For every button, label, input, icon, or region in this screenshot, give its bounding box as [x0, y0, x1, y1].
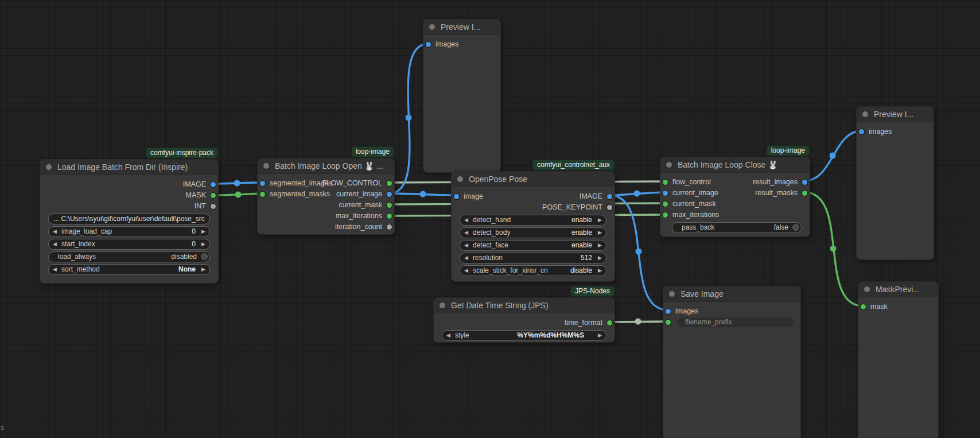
- detect-body-widget[interactable]: ◀ detect_body enable ▶: [460, 227, 606, 238]
- node-openpose-pose[interactable]: comfyui_controlnet_aux OpenPose Pose ima…: [451, 171, 615, 282]
- node-title-bar[interactable]: Save Image: [663, 286, 800, 302]
- directory-path-widget[interactable]: ... C:\Users\syui\git\comfyui\user\defau…: [48, 214, 210, 224]
- style-widget[interactable]: ◀ style %Y%m%d%H%M%S ▶: [442, 330, 606, 341]
- node-title-bar[interactable]: Preview I...: [423, 20, 500, 35]
- node-title-bar[interactable]: Load Image Batch From Dir (Inspire): [40, 160, 218, 175]
- widget-value: disable: [570, 266, 592, 276]
- link-midpoint-dot[interactable]: [406, 115, 412, 121]
- increment-arrow-icon[interactable]: ▶: [598, 266, 602, 276]
- increment-arrow-icon[interactable]: ▶: [201, 227, 205, 237]
- decrement-arrow-icon[interactable]: ◀: [464, 266, 468, 276]
- link-midpoint-dot[interactable]: [420, 191, 426, 197]
- node-batch-image-loop-close[interactable]: loop-image Batch Image Loop Close 🐰 flow…: [660, 157, 810, 237]
- output-port-pose-keypoint[interactable]: [607, 205, 612, 210]
- node-save-image[interactable]: Save Image images filename_prefix: [663, 286, 801, 438]
- output-port-iteration-count[interactable]: [387, 224, 392, 230]
- output-port-time-format[interactable]: [607, 320, 612, 325]
- node-title-bar[interactable]: Preview I...: [857, 107, 934, 122]
- node-graph-canvas[interactable]: comfyui-inspire-pack Load Image Batch Fr…: [0, 0, 980, 438]
- node-title-bar[interactable]: Batch Image Loop Close 🐰: [660, 157, 810, 173]
- input-port-segmented-masks[interactable]: [260, 192, 265, 197]
- link-midpoint-dot[interactable]: [234, 180, 240, 187]
- collapse-dot-icon[interactable]: [46, 164, 52, 170]
- increment-arrow-icon[interactable]: ▶: [598, 241, 602, 250]
- increment-arrow-icon[interactable]: ▶: [201, 265, 205, 274]
- collapse-dot-icon[interactable]: [669, 291, 675, 297]
- collapse-dot-icon[interactable]: [457, 176, 463, 182]
- start-index-widget[interactable]: ◀ start_index 0 ▶: [48, 239, 210, 250]
- collapse-dot-icon[interactable]: [429, 24, 435, 30]
- node-preview-image-top[interactable]: Preview I... images: [423, 19, 501, 173]
- node-title: Load Image Batch From Dir (Inspire): [57, 162, 188, 172]
- decrement-arrow-icon[interactable]: ◀: [53, 227, 57, 237]
- input-port-segmented-images[interactable]: [260, 181, 265, 186]
- node-title-bar[interactable]: Batch Image Loop Open 🐰 ...: [258, 158, 394, 174]
- increment-arrow-icon[interactable]: ▶: [598, 253, 602, 263]
- decrement-arrow-icon[interactable]: ◀: [464, 241, 468, 250]
- collapse-dot-icon[interactable]: [440, 303, 445, 308]
- output-port-image[interactable]: [607, 194, 612, 199]
- node-get-date-time-string[interactable]: JPS-Nodes Get Date Time String (JPS) tim…: [433, 297, 615, 343]
- increment-arrow-icon[interactable]: ▶: [598, 215, 602, 225]
- decrement-arrow-icon[interactable]: ◀: [53, 239, 57, 249]
- node-title-bar[interactable]: OpenPose Pose: [452, 172, 615, 187]
- toggle-knob-icon[interactable]: [201, 253, 208, 260]
- sort-method-widget[interactable]: ◀ sort_method None ▶: [48, 264, 210, 275]
- node-preview-image-right[interactable]: Preview I... images: [856, 106, 934, 260]
- output-port-current-image[interactable]: [387, 192, 392, 197]
- input-port-images[interactable]: [666, 309, 671, 314]
- collapse-dot-icon[interactable]: [263, 163, 269, 169]
- resolution-widget[interactable]: ◀ resolution 512 ▶: [460, 253, 606, 263]
- output-port-mask[interactable]: [211, 193, 216, 198]
- output-port-flow-control[interactable]: [387, 181, 392, 186]
- output-port-current-mask[interactable]: [387, 203, 392, 208]
- output-port-image[interactable]: [211, 182, 216, 187]
- node-title-bar[interactable]: Get Date Time String (JPS): [434, 298, 615, 313]
- input-label: max_iterations: [672, 210, 719, 220]
- pass-back-toggle[interactable]: pass_back false: [672, 222, 802, 233]
- increment-arrow-icon[interactable]: ▶: [598, 228, 602, 238]
- input-port-image[interactable]: [454, 194, 459, 199]
- node-mask-preview[interactable]: MaskPrevi... mask: [858, 281, 939, 438]
- image-load-cap-widget[interactable]: ◀ image_load_cap 0 ▶: [48, 226, 210, 237]
- load-always-toggle[interactable]: load_always disabled: [48, 251, 210, 262]
- output-port-max-iterations[interactable]: [387, 214, 392, 219]
- filename-prefix-widget[interactable]: filename_prefix: [677, 317, 794, 327]
- output-label: MASK: [186, 190, 206, 201]
- input-port-flow-control[interactable]: [663, 180, 668, 185]
- increment-arrow-icon[interactable]: ▶: [598, 331, 602, 340]
- scale-stick-for-xinsr-cn-widget[interactable]: ◀ scale_stick_for_xinsr_cn disable ▶: [460, 265, 606, 276]
- link-midpoint-dot[interactable]: [635, 319, 641, 325]
- port-row: flow_control result_images: [660, 177, 810, 188]
- decrement-arrow-icon[interactable]: ◀: [464, 253, 468, 263]
- increment-arrow-icon[interactable]: ▶: [201, 239, 205, 249]
- link-midpoint-dot[interactable]: [830, 153, 836, 159]
- decrement-arrow-icon[interactable]: ◀: [464, 215, 468, 225]
- node-batch-image-loop-open[interactable]: loop-image Batch Image Loop Open 🐰 ... s…: [257, 158, 395, 235]
- input-port-mask[interactable]: [861, 304, 866, 309]
- input-port-current-mask[interactable]: [663, 201, 668, 207]
- decrement-arrow-icon[interactable]: ◀: [464, 228, 468, 238]
- collapse-dot-icon[interactable]: [666, 162, 672, 168]
- output-port-int[interactable]: [211, 204, 216, 209]
- input-port-images[interactable]: [859, 129, 864, 134]
- decrement-arrow-icon[interactable]: ◀: [446, 331, 450, 340]
- node-load-image-batch-from-dir[interactable]: comfyui-inspire-pack Load Image Batch Fr…: [40, 159, 219, 284]
- input-port-filename-prefix[interactable]: [666, 320, 671, 325]
- link-midpoint-dot[interactable]: [634, 191, 640, 197]
- collapse-dot-icon[interactable]: [864, 286, 870, 292]
- input-port-current-image[interactable]: [663, 191, 668, 196]
- detect-face-widget[interactable]: ◀ detect_face enable ▶: [460, 240, 606, 251]
- input-port-max-iterations[interactable]: [663, 212, 668, 218]
- link-midpoint-dot[interactable]: [235, 192, 242, 198]
- detect-hand-widget[interactable]: ◀ detect_hand enable ▶: [460, 215, 606, 226]
- node-title-bar[interactable]: MaskPrevi...: [858, 282, 938, 297]
- link-midpoint-dot[interactable]: [636, 249, 642, 255]
- toggle-knob-icon[interactable]: [792, 224, 799, 231]
- input-port-images[interactable]: [426, 42, 431, 47]
- decrement-arrow-icon[interactable]: ◀: [53, 265, 57, 274]
- output-port-result-masks[interactable]: [802, 191, 807, 196]
- output-port-result-images[interactable]: [802, 180, 807, 185]
- collapse-dot-icon[interactable]: [862, 111, 868, 117]
- link-midpoint-dot[interactable]: [830, 246, 837, 252]
